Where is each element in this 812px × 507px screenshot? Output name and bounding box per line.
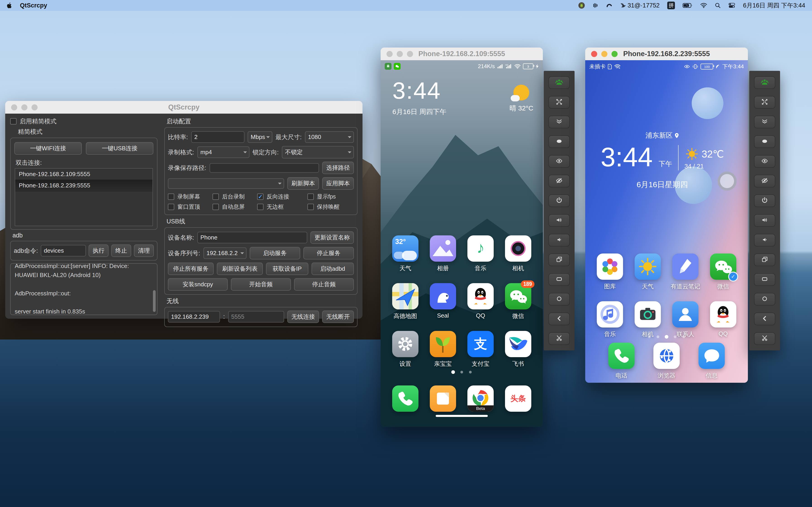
zoom-button[interactable] (611, 51, 618, 57)
phone1-clock-widget[interactable]: 3:44 6月16日 周四下午 (392, 79, 446, 117)
adb-exec-button[interactable]: 执行 (89, 244, 108, 257)
app-飞书[interactable]: 飞书 (499, 331, 537, 368)
adb-log-output[interactable]: AdbProcessImpl::out:[server] INFO: Devic… (10, 263, 157, 315)
one-key-wifi-button[interactable]: 一键WIFI连接 (14, 142, 82, 155)
log-scrollbar[interactable] (153, 290, 156, 312)
phone2-clock-widget[interactable]: 浦东新区 3:44 下午 32℃ 34 / 21 6月16日星期四 (599, 131, 726, 190)
app-音乐[interactable]: 音乐 (591, 301, 629, 338)
app-联系人[interactable]: 联系人 (667, 301, 704, 338)
config-checkbox-后台录制[interactable]: 后台录制 (212, 193, 257, 200)
minimize-button[interactable] (601, 51, 607, 57)
device-list-item[interactable]: Phone-192.168.2.239:5555 (15, 180, 152, 191)
volume-up-button[interactable] (754, 214, 775, 227)
touch-button[interactable] (754, 135, 775, 148)
update-name-button[interactable]: 更新设置名称 (310, 231, 354, 244)
apply-script-button[interactable]: 应用脚本 (322, 177, 354, 190)
get-device-ip-button[interactable]: 获取设备IP (266, 263, 308, 275)
app-QQ[interactable]: QQ (462, 283, 499, 320)
volume-down-button[interactable] (549, 234, 570, 246)
expand-collapse-button[interactable] (549, 116, 570, 128)
minimize-button[interactable] (21, 104, 28, 110)
search-icon[interactable] (715, 2, 721, 8)
screen-on-button[interactable] (549, 155, 570, 168)
app-电话[interactable]: 电话 (599, 343, 644, 380)
screen-off-button[interactable] (754, 175, 775, 187)
app-Seal[interactable]: Seal (424, 283, 462, 320)
assistive-ball[interactable] (717, 172, 737, 190)
arc-menu-icon[interactable] (606, 2, 612, 8)
config-checkbox-自动息屏[interactable]: 自动息屏 (212, 203, 257, 211)
home-button[interactable] (754, 293, 775, 305)
config-checkbox-录制屏幕[interactable]: 录制屏幕 (168, 193, 212, 200)
install-sndcpy-button[interactable]: 安装sndcpy (168, 278, 228, 291)
volume-down-button[interactable] (754, 234, 775, 246)
stop-audio-button[interactable]: 停止音频 (294, 278, 354, 291)
start-adbd-button[interactable]: 启动adbd (311, 263, 354, 275)
group-control-button[interactable] (549, 76, 570, 89)
fullscreen-button[interactable] (549, 96, 570, 109)
simple-mode-checkbox[interactable] (10, 118, 16, 124)
app-QQ[interactable]: QQ (704, 301, 742, 338)
screen-off-button[interactable] (549, 175, 570, 187)
app-支付宝[interactable]: 支支付宝 (462, 331, 499, 368)
wireless-ip-input[interactable]: 192.168.2.239 (168, 311, 220, 323)
power-button[interactable] (549, 194, 570, 207)
adb-stop-button[interactable]: 终止 (111, 244, 131, 257)
wireless-disconnect-button[interactable]: 无线断开 (322, 311, 354, 323)
phone1-weather-widget[interactable]: 晴 32°C (510, 84, 533, 113)
config-checkbox-窗口置顶[interactable]: 窗口置顶 (168, 203, 212, 211)
script-select[interactable] (168, 178, 284, 189)
input-method-icon[interactable]: 拼 (667, 2, 675, 9)
config-checkbox-无边框[interactable]: 无边框 (257, 203, 307, 211)
record-format-select[interactable]: mp4 (197, 147, 249, 158)
apple-menu-icon[interactable] (7, 2, 12, 9)
adb-command-input[interactable]: devices (41, 245, 86, 257)
zoom-button[interactable] (407, 51, 413, 57)
app-设置[interactable]: 设置 (387, 331, 424, 368)
group-control-button[interactable] (754, 76, 775, 89)
android-status-icon[interactable] (578, 2, 585, 9)
back-button[interactable] (754, 313, 775, 325)
wireless-connect-button[interactable]: 无线连接 (287, 311, 319, 323)
app-phoneG[interactable] (387, 386, 424, 412)
app-天气[interactable]: 32°天气 (387, 235, 424, 272)
config-checkbox-保持唤醒[interactable]: 保持唤醒 (307, 203, 354, 211)
volume-up-button[interactable] (549, 214, 570, 227)
start-service-button[interactable]: 启动服务 (250, 247, 300, 260)
app-亲宝宝[interactable]: 亲宝宝 (424, 331, 462, 368)
device-list[interactable]: Phone-192.168.2.109:5555Phone-192.168.2.… (15, 168, 153, 226)
app-switch-button[interactable] (754, 253, 775, 266)
app-微信[interactable]: 189微信 (499, 283, 537, 320)
bitrate-input[interactable]: 2 (191, 131, 245, 143)
screen-on-button[interactable] (754, 155, 775, 168)
close-button[interactable] (387, 51, 393, 57)
app-switch-button[interactable] (549, 253, 570, 266)
menu-bar-clock[interactable]: 6月16日 周四 下午3:44 (743, 1, 805, 9)
expand-collapse-button[interactable] (754, 116, 775, 128)
serial-select[interactable]: 192.168.2.2 (203, 247, 247, 259)
select-path-button[interactable]: 选择路径 (322, 162, 354, 174)
app-相册[interactable]: 相册 (424, 235, 462, 272)
refresh-script-button[interactable]: 刷新脚本 (287, 177, 319, 190)
app-相机[interactable]: 相机 (629, 301, 667, 338)
app-微信[interactable]: ✓微信 (704, 253, 742, 290)
app-有道云笔记[interactable]: 有道云笔记 (667, 253, 704, 290)
app-天气[interactable]: 天气 (629, 253, 667, 290)
app-浏览器[interactable]: 浏览器 (644, 343, 689, 380)
app-相机[interactable]: 相机 (499, 235, 537, 272)
app-高德地图[interactable]: 高德地图 (387, 283, 424, 320)
refresh-device-list-button[interactable]: 刷新设备列表 (217, 263, 263, 275)
config-checkbox-显示fps[interactable]: 显示fps (307, 193, 354, 200)
device-list-item[interactable]: Phone-192.168.2.109:5555 (15, 169, 152, 180)
app-sms[interactable] (424, 386, 462, 412)
phone2-screen[interactable]: 未插卡 ! 100 下午3:44 浦东新区 3:44 下午 (585, 60, 748, 383)
app-信息[interactable]: 信息 (689, 343, 734, 380)
app-chrome[interactable]: Beta (462, 386, 499, 412)
record-path-input[interactable] (210, 163, 319, 173)
config-checkbox-反向连接[interactable]: ✓反向连接 (257, 193, 307, 200)
menu-button[interactable] (549, 273, 570, 286)
one-key-usb-button[interactable]: 一键USB连接 (86, 142, 153, 155)
power-button[interactable] (754, 194, 775, 207)
home-indicator[interactable] (436, 415, 488, 417)
battery-charging-icon[interactable] (682, 3, 693, 8)
